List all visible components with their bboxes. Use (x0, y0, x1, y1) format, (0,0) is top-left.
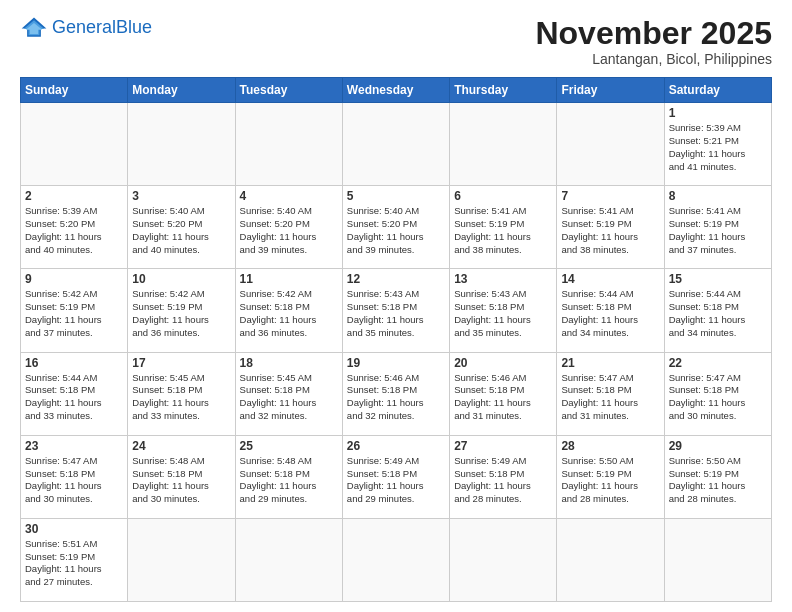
calendar-body: 1Sunrise: 5:39 AMSunset: 5:21 PMDaylight… (21, 103, 772, 602)
day-number: 11 (240, 272, 338, 286)
cell-content: Sunrise: 5:44 AMSunset: 5:18 PMDaylight:… (561, 288, 659, 339)
table-row: 29Sunrise: 5:50 AMSunset: 5:19 PMDayligh… (664, 435, 771, 518)
day-number: 7 (561, 189, 659, 203)
cell-content: Sunrise: 5:45 AMSunset: 5:18 PMDaylight:… (240, 372, 338, 423)
cell-content: Sunrise: 5:49 AMSunset: 5:18 PMDaylight:… (454, 455, 552, 506)
table-row: 24Sunrise: 5:48 AMSunset: 5:18 PMDayligh… (128, 435, 235, 518)
day-number: 10 (132, 272, 230, 286)
table-row (664, 518, 771, 601)
cell-content: Sunrise: 5:43 AMSunset: 5:18 PMDaylight:… (454, 288, 552, 339)
day-number: 23 (25, 439, 123, 453)
day-number: 27 (454, 439, 552, 453)
cell-content: Sunrise: 5:45 AMSunset: 5:18 PMDaylight:… (132, 372, 230, 423)
table-row (21, 103, 128, 186)
table-row (557, 103, 664, 186)
day-number: 25 (240, 439, 338, 453)
table-row: 28Sunrise: 5:50 AMSunset: 5:19 PMDayligh… (557, 435, 664, 518)
table-row (235, 103, 342, 186)
col-tuesday: Tuesday (235, 78, 342, 103)
cell-content: Sunrise: 5:41 AMSunset: 5:19 PMDaylight:… (669, 205, 767, 256)
table-row: 17Sunrise: 5:45 AMSunset: 5:18 PMDayligh… (128, 352, 235, 435)
table-row: 8Sunrise: 5:41 AMSunset: 5:19 PMDaylight… (664, 186, 771, 269)
cell-content: Sunrise: 5:46 AMSunset: 5:18 PMDaylight:… (347, 372, 445, 423)
logo-icon (20, 16, 48, 38)
cell-content: Sunrise: 5:50 AMSunset: 5:19 PMDaylight:… (669, 455, 767, 506)
table-row (342, 518, 449, 601)
col-friday: Friday (557, 78, 664, 103)
table-row: 7Sunrise: 5:41 AMSunset: 5:19 PMDaylight… (557, 186, 664, 269)
col-saturday: Saturday (664, 78, 771, 103)
table-row: 2Sunrise: 5:39 AMSunset: 5:20 PMDaylight… (21, 186, 128, 269)
table-row: 5Sunrise: 5:40 AMSunset: 5:20 PMDaylight… (342, 186, 449, 269)
day-number: 14 (561, 272, 659, 286)
table-row: 4Sunrise: 5:40 AMSunset: 5:20 PMDaylight… (235, 186, 342, 269)
table-row (450, 103, 557, 186)
table-row: 16Sunrise: 5:44 AMSunset: 5:18 PMDayligh… (21, 352, 128, 435)
table-row: 21Sunrise: 5:47 AMSunset: 5:18 PMDayligh… (557, 352, 664, 435)
cell-content: Sunrise: 5:47 AMSunset: 5:18 PMDaylight:… (669, 372, 767, 423)
cell-content: Sunrise: 5:47 AMSunset: 5:18 PMDaylight:… (25, 455, 123, 506)
day-number: 28 (561, 439, 659, 453)
cell-content: Sunrise: 5:40 AMSunset: 5:20 PMDaylight:… (347, 205, 445, 256)
cell-content: Sunrise: 5:39 AMSunset: 5:20 PMDaylight:… (25, 205, 123, 256)
table-row (557, 518, 664, 601)
day-number: 18 (240, 356, 338, 370)
page-title: November 2025 (535, 16, 772, 51)
calendar-table: Sunday Monday Tuesday Wednesday Thursday… (20, 77, 772, 602)
day-number: 3 (132, 189, 230, 203)
day-number: 22 (669, 356, 767, 370)
day-number: 17 (132, 356, 230, 370)
day-number: 13 (454, 272, 552, 286)
day-number: 24 (132, 439, 230, 453)
table-row: 13Sunrise: 5:43 AMSunset: 5:18 PMDayligh… (450, 269, 557, 352)
cell-content: Sunrise: 5:39 AMSunset: 5:21 PMDaylight:… (669, 122, 767, 173)
table-row (128, 103, 235, 186)
day-number: 16 (25, 356, 123, 370)
day-number: 6 (454, 189, 552, 203)
calendar-header-row: Sunday Monday Tuesday Wednesday Thursday… (21, 78, 772, 103)
day-number: 26 (347, 439, 445, 453)
cell-content: Sunrise: 5:41 AMSunset: 5:19 PMDaylight:… (454, 205, 552, 256)
cell-content: Sunrise: 5:50 AMSunset: 5:19 PMDaylight:… (561, 455, 659, 506)
table-row: 12Sunrise: 5:43 AMSunset: 5:18 PMDayligh… (342, 269, 449, 352)
table-row: 15Sunrise: 5:44 AMSunset: 5:18 PMDayligh… (664, 269, 771, 352)
day-number: 8 (669, 189, 767, 203)
cell-content: Sunrise: 5:51 AMSunset: 5:19 PMDaylight:… (25, 538, 123, 589)
table-row: 3Sunrise: 5:40 AMSunset: 5:20 PMDaylight… (128, 186, 235, 269)
table-row: 1Sunrise: 5:39 AMSunset: 5:21 PMDaylight… (664, 103, 771, 186)
logo-general: General (52, 17, 116, 37)
cell-content: Sunrise: 5:44 AMSunset: 5:18 PMDaylight:… (669, 288, 767, 339)
cell-content: Sunrise: 5:42 AMSunset: 5:19 PMDaylight:… (25, 288, 123, 339)
table-row: 22Sunrise: 5:47 AMSunset: 5:18 PMDayligh… (664, 352, 771, 435)
col-thursday: Thursday (450, 78, 557, 103)
day-number: 15 (669, 272, 767, 286)
col-wednesday: Wednesday (342, 78, 449, 103)
calendar-week-row: 9Sunrise: 5:42 AMSunset: 5:19 PMDaylight… (21, 269, 772, 352)
page-subtitle: Lantangan, Bicol, Philippines (535, 51, 772, 67)
cell-content: Sunrise: 5:42 AMSunset: 5:19 PMDaylight:… (132, 288, 230, 339)
cell-content: Sunrise: 5:48 AMSunset: 5:18 PMDaylight:… (240, 455, 338, 506)
day-number: 9 (25, 272, 123, 286)
day-number: 30 (25, 522, 123, 536)
table-row (450, 518, 557, 601)
page: GeneralBlue November 2025 Lantangan, Bic… (0, 0, 792, 612)
calendar-week-row: 2Sunrise: 5:39 AMSunset: 5:20 PMDaylight… (21, 186, 772, 269)
table-row: 9Sunrise: 5:42 AMSunset: 5:19 PMDaylight… (21, 269, 128, 352)
table-row: 18Sunrise: 5:45 AMSunset: 5:18 PMDayligh… (235, 352, 342, 435)
day-number: 4 (240, 189, 338, 203)
cell-content: Sunrise: 5:40 AMSunset: 5:20 PMDaylight:… (132, 205, 230, 256)
title-block: November 2025 Lantangan, Bicol, Philippi… (535, 16, 772, 67)
cell-content: Sunrise: 5:40 AMSunset: 5:20 PMDaylight:… (240, 205, 338, 256)
cell-content: Sunrise: 5:44 AMSunset: 5:18 PMDaylight:… (25, 372, 123, 423)
col-sunday: Sunday (21, 78, 128, 103)
day-number: 21 (561, 356, 659, 370)
cell-content: Sunrise: 5:47 AMSunset: 5:18 PMDaylight:… (561, 372, 659, 423)
table-row (342, 103, 449, 186)
table-row: 19Sunrise: 5:46 AMSunset: 5:18 PMDayligh… (342, 352, 449, 435)
table-row (128, 518, 235, 601)
day-number: 19 (347, 356, 445, 370)
col-monday: Monday (128, 78, 235, 103)
cell-content: Sunrise: 5:48 AMSunset: 5:18 PMDaylight:… (132, 455, 230, 506)
table-row: 20Sunrise: 5:46 AMSunset: 5:18 PMDayligh… (450, 352, 557, 435)
table-row: 10Sunrise: 5:42 AMSunset: 5:19 PMDayligh… (128, 269, 235, 352)
